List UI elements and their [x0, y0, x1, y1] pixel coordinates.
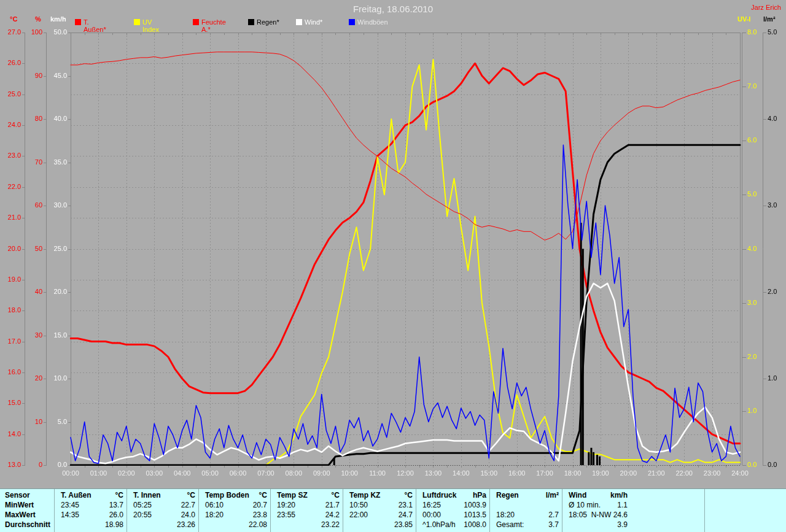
table-cell: 3.7	[548, 520, 559, 529]
table-row-label: Sensor	[5, 491, 30, 499]
table-cell: T. Außen	[61, 491, 91, 499]
page-title: Freitag, 18.06.2010	[0, 4, 786, 14]
table-cell: l/m²	[546, 491, 559, 499]
table-cell: Wind	[569, 491, 586, 499]
legend-label: Feuchte A.*	[201, 18, 226, 33]
chart-legend: T. Außen* UV Index Feuchte A.* Regen* Wi…	[0, 18, 786, 27]
legend-label: Wind*	[305, 18, 322, 26]
table-cell: 23.22	[321, 520, 340, 529]
table-cell: Temp Boden	[205, 491, 249, 499]
table-cell: Temp KZ	[349, 491, 380, 499]
legend-label: Windböen	[357, 18, 388, 26]
table-cell: 13.7	[109, 501, 123, 509]
table-cell: 20.7	[253, 501, 267, 509]
table-cell: Regen	[496, 491, 519, 499]
weather-chart-canvas	[0, 0, 786, 488]
table-cell: km/h	[610, 491, 628, 499]
legend-label: T. Außen*	[84, 18, 106, 33]
windboeen-swatch-icon	[349, 19, 355, 25]
table-cell: Ø 10 min.	[569, 501, 601, 509]
regen-swatch-icon	[248, 19, 254, 25]
table-cell: 24.0	[181, 511, 195, 519]
table-cell: 14:35	[61, 511, 79, 519]
table-column-t-au-en: T. Außen°C23:4513.714:3526.018.98	[54, 489, 127, 532]
table-cell: Temp SZ	[277, 491, 308, 499]
table-cell: 23.26	[177, 520, 195, 529]
table-cell: 05:25	[133, 501, 152, 509]
table-row-label: MinWert	[5, 501, 34, 509]
table-column-regen: Regenl/m²18:202.7Gesamt:3.7	[489, 489, 562, 532]
table-cell: 18:05	[569, 511, 587, 519]
table-cell: 18.98	[105, 520, 123, 529]
table-cell: 18:20	[496, 511, 515, 519]
table-cell: 23:45	[61, 501, 79, 509]
table-cell: 23:55	[277, 511, 295, 519]
stats-table: SensorMinWertMaxWertDurchschnittT. Außen…	[0, 488, 786, 532]
table-row-label: MaxWert	[5, 511, 36, 519]
legend-label: Regen*	[257, 18, 279, 26]
table-cell: °C	[115, 491, 123, 499]
feuchte-swatch-icon	[193, 19, 199, 25]
table-cell: °C	[332, 491, 340, 499]
table-cell: 22.08	[249, 520, 267, 529]
table-cell: 00:00	[422, 511, 441, 519]
table-cell: 23.8	[253, 511, 267, 519]
table-cell: 1013.5	[464, 511, 486, 519]
t-aussen-swatch-icon	[75, 19, 81, 25]
table-cell: 1.1	[617, 501, 628, 509]
table-cell: °C	[259, 491, 267, 499]
table-cell: 2.7	[548, 511, 559, 519]
table-cell: 24.2	[325, 511, 340, 519]
table-row-label: Durchschnitt	[5, 520, 50, 529]
table-cell: N-NW 24.6	[591, 511, 628, 519]
table-cell: °C	[187, 491, 195, 499]
table-cell: °C	[405, 491, 413, 499]
table-cell: 23.85	[394, 520, 413, 529]
uv-index-swatch-icon	[134, 19, 140, 25]
table-column-temp-boden: Temp Boden°C06:1020.718:2023.822.08	[198, 489, 271, 532]
table-cell: 06:10	[205, 501, 224, 509]
table-cell: 22.7	[181, 501, 195, 509]
table-cell: 10:50	[349, 501, 368, 509]
table-cell: hPa	[473, 491, 486, 499]
weather-app-window: Freitag, 18.06.2010 Jarz Erich °C % km/h…	[0, 0, 786, 532]
table-column-temp-sz: Temp SZ°C19:2021.723:5524.223.22	[270, 489, 343, 532]
table-cell: 19:20	[277, 501, 295, 509]
table-cell: 18:20	[205, 511, 224, 519]
table-column-wind: Windkm/hØ 10 min.1.118:05N-NW 24.63.9	[562, 489, 705, 532]
table-end-separator	[704, 489, 705, 532]
table-column-temp-kz: Temp KZ°C10:5023.122:0024.723.85	[343, 489, 416, 532]
table-cell: 26.0	[109, 511, 123, 519]
table-cell: 3.9	[617, 520, 628, 529]
table-cell: 23.1	[399, 501, 413, 509]
table-cell: 24.7	[399, 511, 413, 519]
table-column-t-innen: T. Innen°C05:2522.720:5524.023.26	[126, 489, 199, 532]
table-cell: 22:00	[349, 511, 368, 519]
wind-swatch-icon	[296, 19, 302, 25]
table-cell: Luftdruck	[422, 491, 456, 499]
table-cell: Gesamt:	[496, 520, 524, 529]
table-cell: 20:55	[133, 511, 152, 519]
table-cell: ^1.0hPa/h	[422, 520, 456, 529]
table-cell: 16:25	[422, 501, 441, 509]
table-cell: T. Innen	[133, 491, 161, 499]
author-name: Jarz Erich	[751, 4, 781, 11]
table-cell: 21.7	[325, 501, 340, 509]
table-column-luftdruck: LuftdruckhPa16:251003.900:001013.5^1.0hP…	[416, 489, 490, 532]
table-cell: 1008.0	[464, 520, 486, 529]
legend-label: UV Index	[142, 18, 159, 33]
table-cell: 1003.9	[464, 501, 486, 509]
